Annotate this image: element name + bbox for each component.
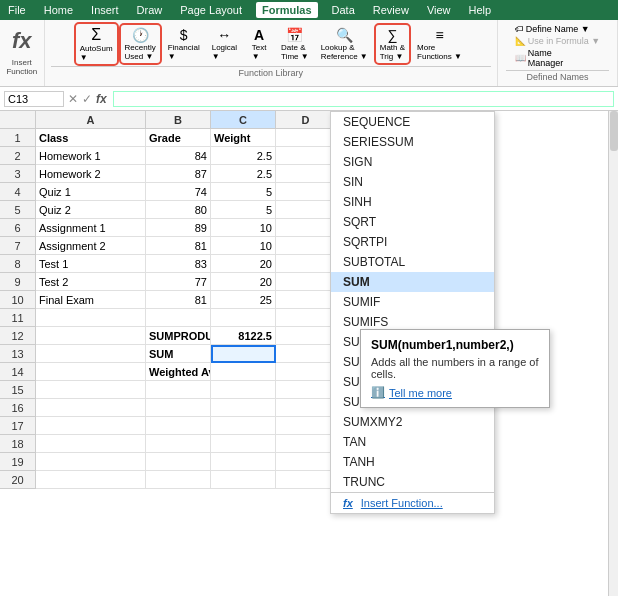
menu-help[interactable]: Help (465, 2, 496, 18)
scrollbar-thumb[interactable] (610, 111, 618, 151)
cell-B12[interactable]: SUMPRODUCT (146, 327, 211, 345)
cell-C7[interactable]: 10 (211, 237, 276, 255)
cell-B6[interactable]: 89 (146, 219, 211, 237)
cell-A8[interactable]: Test 1 (36, 255, 146, 273)
cell-D7[interactable] (276, 237, 336, 255)
cell-C6[interactable]: 10 (211, 219, 276, 237)
dropdown-item-sumif[interactable]: SUMIF (331, 292, 494, 312)
row-num-17[interactable]: 17 (0, 417, 36, 435)
cell-A18[interactable] (36, 435, 146, 453)
dropdown-item-sqrt[interactable]: SQRT (331, 212, 494, 232)
cell-A7[interactable]: Assignment 2 (36, 237, 146, 255)
text-button[interactable]: A Text▼ (245, 25, 273, 63)
cell-B1[interactable]: Grade (146, 129, 211, 147)
row-num-10[interactable]: 10 (0, 291, 36, 309)
cell-B13[interactable]: SUM (146, 345, 211, 363)
row-num-3[interactable]: 3 (0, 165, 36, 183)
cell-B15[interactable] (146, 381, 211, 399)
row-num-16[interactable]: 16 (0, 399, 36, 417)
cell-B7[interactable]: 81 (146, 237, 211, 255)
insert-function-dropdown-item[interactable]: fxInsert Function... (331, 492, 494, 513)
dropdown-item-sum[interactable]: SUM (331, 272, 494, 292)
row-num-11[interactable]: 11 (0, 309, 36, 327)
dropdown-item-sin[interactable]: SIN (331, 172, 494, 192)
cell-C13[interactable] (211, 345, 276, 363)
cell-A2[interactable]: Homework 1 (36, 147, 146, 165)
dropdown-item-sqrtpi[interactable]: SQRTPI (331, 232, 494, 252)
cell-B20[interactable] (146, 471, 211, 489)
dropdown-item-sign[interactable]: SIGN (331, 152, 494, 172)
dropdown-item-seriessum[interactable]: SERIESSUM (331, 132, 494, 152)
col-header-c[interactable]: C (211, 111, 276, 129)
cell-A17[interactable] (36, 417, 146, 435)
cell-A10[interactable]: Final Exam (36, 291, 146, 309)
cell-B8[interactable]: 83 (146, 255, 211, 273)
name-box[interactable] (4, 91, 64, 107)
cell-C4[interactable]: 5 (211, 183, 276, 201)
dropdown-item-sinh[interactable]: SINH (331, 192, 494, 212)
cell-A19[interactable] (36, 453, 146, 471)
row-num-13[interactable]: 13 (0, 345, 36, 363)
lookup-button[interactable]: 🔍 Lookup &Reference ▼ (317, 25, 372, 63)
cell-C9[interactable]: 20 (211, 273, 276, 291)
cell-B18[interactable] (146, 435, 211, 453)
tell-me-more-link[interactable]: ℹ️ Tell me more (371, 386, 539, 399)
cell-C15[interactable] (211, 381, 276, 399)
cell-B3[interactable]: 87 (146, 165, 211, 183)
menu-view[interactable]: View (423, 2, 455, 18)
dropdown-item-sequence[interactable]: SEQUENCE (331, 112, 494, 132)
row-num-1[interactable]: 1 (0, 129, 36, 147)
cell-C11[interactable] (211, 309, 276, 327)
row-num-2[interactable]: 2 (0, 147, 36, 165)
row-num-15[interactable]: 15 (0, 381, 36, 399)
use-in-formula-button[interactable]: 📐 Use in Formula ▼ (515, 36, 600, 46)
dropdown-item-tanh[interactable]: TANH (331, 452, 494, 472)
row-num-19[interactable]: 19 (0, 453, 36, 471)
cell-A9[interactable]: Test 2 (36, 273, 146, 291)
cell-D4[interactable] (276, 183, 336, 201)
cell-D9[interactable] (276, 273, 336, 291)
menu-home[interactable]: Home (40, 2, 77, 18)
cell-D18[interactable] (276, 435, 336, 453)
cell-C14[interactable] (211, 363, 276, 381)
cell-D6[interactable] (276, 219, 336, 237)
confirm-icon[interactable]: ✓ (82, 92, 92, 106)
cancel-icon[interactable]: ✕ (68, 92, 78, 106)
cell-A6[interactable]: Assignment 1 (36, 219, 146, 237)
cell-D5[interactable] (276, 201, 336, 219)
cell-C20[interactable] (211, 471, 276, 489)
row-num-9[interactable]: 9 (0, 273, 36, 291)
formula-input[interactable] (113, 91, 614, 107)
datetime-button[interactable]: 📅 Date &Time ▼ (277, 25, 313, 63)
cell-B10[interactable]: 81 (146, 291, 211, 309)
cell-D14[interactable] (276, 363, 336, 381)
cell-C5[interactable]: 5 (211, 201, 276, 219)
row-num-12[interactable]: 12 (0, 327, 36, 345)
cell-A5[interactable]: Quiz 2 (36, 201, 146, 219)
cell-C3[interactable]: 2.5 (211, 165, 276, 183)
autosum-button[interactable]: Σ AutoSum▼ (76, 24, 117, 64)
insert-fn-icon[interactable]: fx (96, 92, 107, 106)
cell-B19[interactable] (146, 453, 211, 471)
name-manager-button[interactable]: 📖 NameManager (515, 48, 600, 68)
menu-data[interactable]: Data (328, 2, 359, 18)
cell-A4[interactable]: Quiz 1 (36, 183, 146, 201)
cell-A16[interactable] (36, 399, 146, 417)
row-num-4[interactable]: 4 (0, 183, 36, 201)
cell-C19[interactable] (211, 453, 276, 471)
cell-A3[interactable]: Homework 2 (36, 165, 146, 183)
cell-C12[interactable]: 8122.5 (211, 327, 276, 345)
cell-D17[interactable] (276, 417, 336, 435)
cell-B14[interactable]: Weighted Average (146, 363, 211, 381)
col-header-d[interactable]: D (276, 111, 336, 129)
cell-B16[interactable] (146, 399, 211, 417)
row-num-8[interactable]: 8 (0, 255, 36, 273)
row-num-5[interactable]: 5 (0, 201, 36, 219)
cell-A12[interactable] (36, 327, 146, 345)
more-functions-button[interactable]: ≡ MoreFunctions ▼ (413, 25, 466, 63)
cell-B5[interactable]: 80 (146, 201, 211, 219)
cell-D13[interactable] (276, 345, 336, 363)
scrollbar-track[interactable] (608, 111, 618, 596)
define-name-button[interactable]: 🏷 Define Name ▼ (515, 24, 600, 34)
logical-button[interactable]: ↔ Logical▼ (208, 25, 241, 63)
